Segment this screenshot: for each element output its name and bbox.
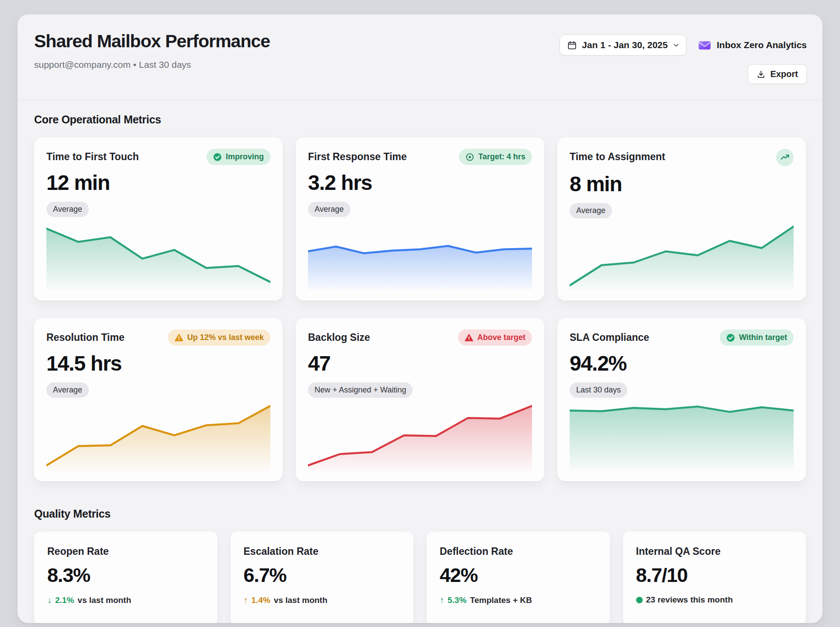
badge-label: Within target	[739, 333, 787, 342]
metric-pill: New + Assigned + Waiting	[308, 382, 413, 398]
brand-name: Inbox Zero Analytics	[717, 40, 807, 50]
quality-card-reopen-rate: Reopen Rate 8.3% ↓ 2.1% vs last month	[34, 532, 217, 623]
arrow-up-icon: ↑	[440, 595, 444, 605]
core-metrics-grid: Time to First Touch Improving 12 min Ave…	[34, 137, 806, 481]
header-right: Jan 1 - Jan 30, 2025	[560, 31, 807, 84]
metric-value: 8.7/10	[636, 564, 793, 587]
metric-value: 12 min	[46, 171, 270, 195]
sparkline-chart	[46, 223, 270, 290]
metric-title: Deflection Rate	[440, 546, 597, 557]
metric-delta: ↑ 1.4% vs last month	[244, 595, 401, 605]
arrow-up-icon: ↑	[244, 595, 248, 605]
quality-card-internal-qa-score: Internal QA Score 8.7/10 23 reviews this…	[623, 532, 806, 623]
metric-title: Escalation Rate	[244, 546, 401, 557]
sparkline-chart	[46, 404, 270, 471]
metric-card-time-to-assignment: Time to Assignment 8 min Average	[557, 137, 806, 301]
status-badge-within-target: Within target	[720, 329, 794, 346]
metric-title: Resolution Time	[46, 329, 125, 343]
header: Shared Mailbox Performance support@compa…	[18, 14, 822, 84]
metric-card-backlog-size: Backlog Size Above target 47 New + Assig…	[296, 318, 544, 481]
warning-triangle-icon	[175, 333, 183, 342]
status-dot-icon	[636, 597, 643, 603]
header-divider	[18, 100, 822, 100]
metric-value: 42%	[440, 564, 597, 587]
quality-card-escalation-rate: Escalation Rate 6.7% ↑ 1.4% vs last mont…	[231, 532, 414, 623]
metric-value: 3.2 hrs	[308, 171, 532, 195]
metric-value: 8 min	[570, 172, 794, 196]
status-badge-danger: Above target	[458, 329, 532, 346]
metric-title: Time to Assignment	[570, 149, 665, 163]
metric-value: 94.2%	[570, 351, 794, 375]
export-label: Export	[770, 69, 798, 79]
chevron-down-icon	[672, 42, 680, 49]
badge-label: Improving	[226, 152, 264, 161]
badge-label: Above target	[477, 333, 525, 342]
page-title: Shared Mailbox Performance	[34, 31, 270, 52]
check-circle-icon	[213, 153, 222, 161]
delta-text: vs last month	[77, 595, 131, 605]
metric-title: First Response Time	[308, 149, 407, 163]
status-badge-target: Target: 4 hrs	[459, 149, 532, 165]
metric-pill: Average	[308, 202, 350, 217]
metric-delta: 23 reviews this month	[636, 595, 793, 605]
metric-pill: Average	[46, 382, 89, 398]
metric-pill: Last 30 days	[570, 382, 627, 398]
check-circle-icon	[726, 333, 735, 342]
date-range-label: Jan 1 - Jan 30, 2025	[582, 40, 668, 50]
date-range-selector[interactable]: Jan 1 - Jan 30, 2025	[560, 35, 686, 56]
metric-value: 47	[308, 351, 532, 375]
download-icon	[756, 70, 766, 79]
sparkline-chart	[570, 224, 794, 290]
sparkline-chart	[308, 223, 532, 290]
quality-card-deflection-rate: Deflection Rate 42% ↑ 5.3% Templates + K…	[427, 532, 610, 623]
metric-title: Time to First Touch	[46, 149, 139, 163]
metric-card-resolution-time: Resolution Time Up 12% vs last week 14.5…	[34, 318, 283, 481]
delta-value: 5.3%	[448, 595, 466, 605]
delta-text: Templates + KB	[470, 595, 532, 605]
page-subtitle: support@company.com • Last 30 days	[34, 60, 270, 70]
status-badge-improving: Improving	[206, 149, 270, 165]
warning-triangle-icon	[465, 333, 473, 342]
metric-title: Internal QA Score	[636, 546, 793, 557]
export-button[interactable]: Export	[748, 64, 807, 84]
metric-title: Backlog Size	[308, 329, 370, 343]
arrow-down-icon: ↓	[47, 595, 52, 605]
metric-delta: ↓ 2.1% vs last month	[47, 595, 204, 605]
dashboard-container: Shared Mailbox Performance support@compa…	[18, 14, 822, 623]
section-title-quality: Quality Metrics	[34, 508, 806, 520]
header-left: Shared Mailbox Performance support@compa…	[34, 31, 270, 84]
metric-pill: Average	[46, 202, 89, 217]
metric-card-sla-compliance: SLA Compliance Within target 94.2% Last …	[557, 318, 806, 481]
calendar-icon	[567, 40, 577, 50]
status-badge-warning: Up 12% vs last week	[168, 329, 270, 346]
quality-metrics-grid: Reopen Rate 8.3% ↓ 2.1% vs last month Es…	[34, 532, 806, 623]
mail-logo-icon	[698, 39, 711, 52]
metric-delta: ↑ 5.3% Templates + KB	[440, 595, 597, 605]
main-content: Core Operational Metrics Time to First T…	[18, 113, 822, 623]
metric-title: SLA Compliance	[570, 329, 649, 343]
metric-value: 14.5 hrs	[46, 351, 270, 375]
metric-value: 8.3%	[47, 564, 204, 587]
delta-value: 2.1%	[55, 595, 74, 605]
section-title-core: Core Operational Metrics	[34, 113, 806, 126]
metric-card-first-response-time: First Response Time Target: 4 hrs 3.2 hr…	[296, 137, 544, 301]
target-icon	[466, 153, 474, 161]
sparkline-chart	[308, 404, 532, 471]
metric-pill: Average	[570, 203, 612, 218]
metric-title: Reopen Rate	[47, 546, 204, 557]
metric-card-time-to-first-touch: Time to First Touch Improving 12 min Ave…	[34, 137, 283, 301]
delta-value: 1.4%	[252, 595, 270, 605]
brand: Inbox Zero Analytics	[698, 39, 807, 52]
delta-text: 23 reviews this month	[646, 595, 733, 605]
metric-value: 6.7%	[244, 564, 401, 587]
badge-label: Up 12% vs last week	[187, 333, 264, 342]
trending-up-icon	[776, 149, 794, 166]
delta-text: vs last month	[274, 595, 327, 605]
sparkline-chart	[570, 404, 794, 471]
badge-label: Target: 4 hrs	[478, 152, 525, 161]
